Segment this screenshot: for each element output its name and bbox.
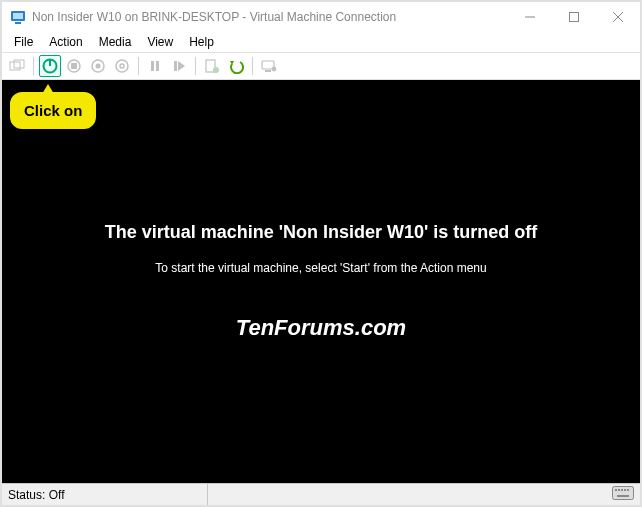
toolbar-separator: [138, 57, 139, 75]
vm-connection-window: Non Insider W10 on BRINK-DESKTOP - Virtu…: [2, 2, 640, 505]
keyboard-icon[interactable]: [612, 486, 634, 503]
vm-off-heading: The virtual machine 'Non Insider W10' is…: [105, 222, 538, 243]
shutdown-button: [87, 55, 109, 77]
svg-rect-1: [13, 13, 23, 19]
app-icon: [10, 9, 26, 25]
status-text: Status: Off: [8, 484, 208, 505]
annotation-callout: Click on: [8, 90, 98, 131]
svg-point-14: [96, 64, 101, 69]
window-controls: [508, 2, 640, 32]
watermark: TenForums.com: [236, 315, 406, 341]
save-button: [111, 55, 133, 77]
svg-point-26: [272, 67, 277, 72]
svg-point-15: [116, 60, 128, 72]
svg-rect-28: [615, 489, 617, 491]
toolbar: [2, 52, 640, 80]
menu-media[interactable]: Media: [91, 33, 140, 51]
svg-point-16: [120, 64, 124, 68]
menu-file[interactable]: File: [6, 33, 41, 51]
svg-rect-17: [151, 61, 154, 71]
statusbar: Status: Off: [2, 483, 640, 505]
checkpoint-button: [201, 55, 223, 77]
maximize-button[interactable]: [552, 2, 596, 32]
vm-off-subtext: To start the virtual machine, select 'St…: [155, 261, 486, 275]
menu-view[interactable]: View: [139, 33, 181, 51]
titlebar: Non Insider W10 on BRINK-DESKTOP - Virtu…: [2, 2, 640, 32]
svg-rect-12: [71, 63, 77, 69]
svg-rect-25: [265, 70, 271, 72]
svg-rect-27: [613, 487, 634, 500]
callout-text: Click on: [24, 102, 82, 119]
svg-rect-29: [618, 489, 620, 491]
svg-marker-20: [178, 61, 185, 71]
svg-rect-33: [617, 495, 629, 497]
toolbar-separator: [195, 57, 196, 75]
menu-action[interactable]: Action: [41, 33, 90, 51]
revert-button[interactable]: [225, 55, 247, 77]
menu-help[interactable]: Help: [181, 33, 222, 51]
minimize-button[interactable]: [508, 2, 552, 32]
vm-display-area: Click on The virtual machine 'Non Inside…: [2, 80, 640, 483]
svg-point-22: [213, 67, 219, 73]
close-button[interactable]: [596, 2, 640, 32]
start-button[interactable]: [39, 55, 61, 77]
svg-rect-7: [10, 62, 20, 70]
turn-off-button: [63, 55, 85, 77]
svg-rect-8: [14, 60, 24, 68]
svg-rect-31: [624, 489, 626, 491]
svg-rect-2: [15, 22, 21, 24]
ctrl-alt-del-button: [6, 55, 28, 77]
svg-rect-19: [174, 61, 177, 71]
enhanced-session-button: [258, 55, 280, 77]
window-title: Non Insider W10 on BRINK-DESKTOP - Virtu…: [32, 10, 508, 24]
svg-rect-32: [627, 489, 629, 491]
svg-rect-30: [621, 489, 623, 491]
reset-button: [168, 55, 190, 77]
svg-rect-18: [156, 61, 159, 71]
toolbar-separator: [252, 57, 253, 75]
menubar: File Action Media View Help: [2, 32, 640, 52]
svg-rect-4: [570, 13, 579, 22]
pause-button: [144, 55, 166, 77]
svg-marker-23: [230, 61, 234, 65]
toolbar-separator: [33, 57, 34, 75]
